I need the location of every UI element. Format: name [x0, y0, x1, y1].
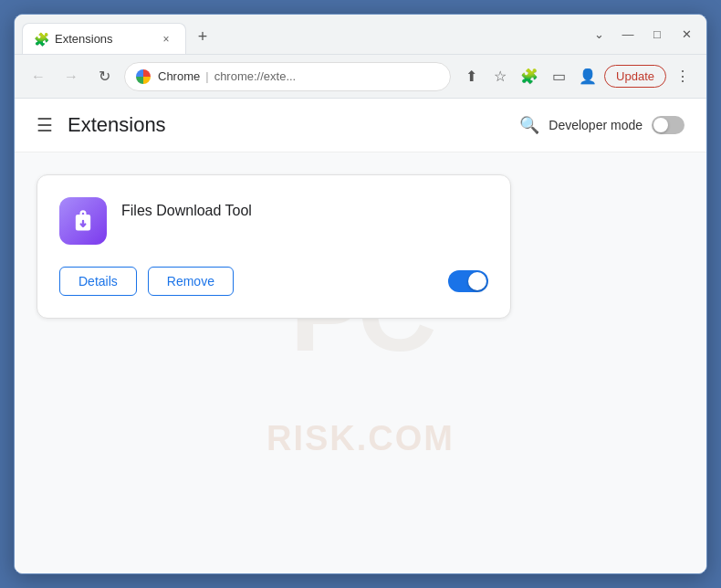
extensions-button[interactable]: 🧩 — [517, 64, 542, 89]
account-button[interactable]: 👤 — [575, 64, 601, 89]
window-controls: ⌄ — □ ✕ — [579, 15, 699, 54]
hamburger-menu-icon[interactable]: ☰ — [37, 114, 53, 136]
update-button[interactable]: Update — [604, 65, 666, 88]
tab-title: Extensions — [55, 32, 152, 46]
new-tab-button[interactable]: + — [190, 25, 215, 50]
title-bar: 🧩 Extensions × + ⌄ — □ ✕ — [15, 15, 706, 55]
chrome-logo — [136, 69, 151, 84]
reload-button[interactable]: ↻ — [91, 64, 117, 89]
details-button[interactable]: Details — [59, 267, 137, 296]
url-divider: | — [205, 69, 208, 83]
bookmark-button[interactable]: ☆ — [487, 64, 513, 89]
active-tab[interactable]: 🧩 Extensions × — [22, 23, 186, 54]
address-text: Chrome | chrome://exte... — [158, 69, 439, 83]
download-icon — [70, 208, 96, 234]
extension-icon — [59, 197, 107, 245]
share-button[interactable]: ⬆ — [458, 64, 484, 89]
chevron-button[interactable]: ⌄ — [586, 22, 611, 47]
url-text: chrome://exte... — [214, 69, 297, 83]
extension-name: Files Download Tool — [121, 203, 252, 219]
developer-mode-label: Developer mode — [549, 118, 643, 132]
close-button[interactable]: ✕ — [674, 22, 699, 47]
extension-card: Files Download Tool Details Remove — [37, 174, 511, 319]
browser-window: 🧩 Extensions × + ⌄ — □ ✕ ← → ↻ Chrome | … — [14, 14, 707, 574]
remove-button[interactable]: Remove — [148, 267, 234, 296]
watermark-url: RISK.COM — [266, 419, 455, 458]
maximize-button[interactable]: □ — [644, 22, 670, 47]
page-content: PC RISK.COM Files Download Tool Details … — [15, 152, 706, 573]
developer-mode-toggle[interactable] — [652, 116, 684, 134]
extension-top: Files Download Tool — [59, 197, 488, 245]
dev-mode-area: 🔍 Developer mode — [519, 115, 684, 135]
minimize-button[interactable]: — — [615, 22, 641, 47]
sidebar-button[interactable]: ▭ — [546, 64, 571, 89]
tab-icon: 🧩 — [34, 32, 49, 47]
extension-bottom: Details Remove — [59, 267, 488, 296]
extension-toggle-area — [448, 270, 488, 292]
address-input[interactable]: Chrome | chrome://exte... — [124, 62, 451, 91]
tab-close-button[interactable]: × — [158, 31, 174, 47]
tab-area: 🧩 Extensions × + — [22, 15, 579, 54]
menu-button[interactable]: ⋮ — [670, 64, 695, 89]
address-bar: ← → ↻ Chrome | chrome://exte... ⬆ ☆ 🧩 ▭ … — [15, 55, 706, 99]
site-name: Chrome — [158, 69, 200, 83]
toolbar-icons: ⬆ ☆ 🧩 ▭ 👤 Update ⋮ — [458, 64, 695, 89]
back-button[interactable]: ← — [26, 64, 51, 89]
extension-enable-toggle[interactable] — [448, 270, 488, 292]
page-title: Extensions — [68, 113, 519, 137]
forward-button[interactable]: → — [58, 64, 84, 89]
search-icon[interactable]: 🔍 — [519, 115, 539, 135]
page-header: ☰ Extensions 🔍 Developer mode — [15, 99, 706, 152]
